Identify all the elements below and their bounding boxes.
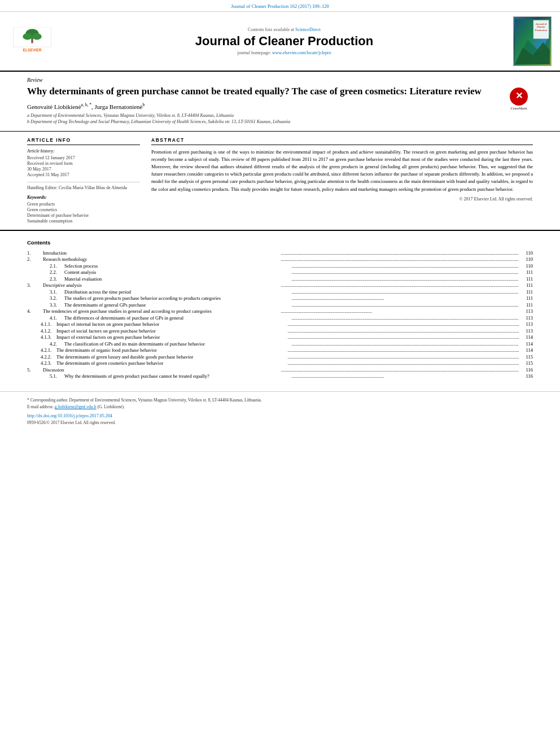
doi-link[interactable]: http://dx.doi.org/10.1016/j.jclepro.2017… [27,413,533,418]
review-label: Review [27,77,533,83]
toc-row-determinants-general: 3.3. The determinants of general GPs pur… [27,302,533,308]
article-title: Why determinants of green purchase canno… [27,85,533,98]
elsevier-logo-container: ELSEVIER [7,16,58,66]
received-revised-date: 30 May 2017 [27,167,140,172]
email-note: E-mail address: g.liobikiene@gmf.vdu.lt … [27,404,533,410]
journal-homepage: journal homepage: www.elsevier.com/locat… [237,50,331,55]
toc-row-organic: 4.2.1. The determinants of organic food … [27,347,533,353]
svg-text:Cleaner: Cleaner [536,25,545,28]
journal-header: ELSEVIER Contents lists available at Sci… [0,12,560,72]
journal-header-center: Contents lists available at ScienceDirec… [62,16,506,66]
toc-row-methodology: 2. Research methodology ................… [27,256,533,262]
corresponding-author-note: * Corresponding author. Department of En… [27,397,533,404]
keyword-3: Determinant of purchase behavior [27,213,140,218]
toc-row-luxury: 4.2.2. The determinants of green luxury … [27,354,533,360]
toc-row-distribution: 3.1. Distribution across the time period… [27,289,533,295]
issn-text: 0959-6526/© 2017 Elsevier Ltd. All right… [27,420,533,425]
toc-row-external: 4.1.3. Impact of external factors on gre… [27,334,533,340]
abstract-header: ABSTRACT [151,137,533,145]
contents-table: 1. Introduction ........................… [27,250,533,379]
toc-text-intro: Introduction [43,250,280,256]
toc-row-social: 4.1.2. Impact of social factors on green… [27,328,533,334]
elsevier-logo-icon: ELSEVIER [10,27,55,55]
toc-row-internal: 4.1.1. Impact of internal factors on gre… [27,321,533,327]
received-revised-label: Received in revised form [27,161,140,166]
toc-row-classification: 4.2. The classification of GPs and its m… [27,341,533,347]
email-link[interactable]: g.liobikiene@gmf.vdu.lt [55,404,97,409]
crossmark-badge: ✕ CrossMark [505,85,533,113]
toc-row-discussion-sub: 5.1. Why the determinants of green produ… [27,373,533,379]
abstract-text: Promotion of green purchasing is one of … [151,148,533,193]
contents-section: Contents 1. Introduction ...............… [0,231,560,386]
article-info-header: ARTICLE INFO [27,137,140,145]
copyright-text: © 2017 Elsevier Ltd. All rights reserved… [151,196,533,202]
crossmark-label: CrossMark [510,107,527,111]
journal-cover-svg: Journal of Cleaner Production [513,19,552,64]
article-info-column: ARTICLE INFO Article history: Received 1… [27,137,140,224]
svg-text:ELSEVIER: ELSEVIER [23,48,42,52]
journal-homepage-link[interactable]: www.elsevier.com/locate/jclepro [272,50,331,55]
toc-row-descriptive: 3. Descriptive analysis ................… [27,282,533,288]
article-info-abstract-section: ARTICLE INFO Article history: Received 1… [0,132,560,231]
journal-cover-container: Journal of Cleaner Production [511,16,553,66]
toc-row-material-eval: 2.3. Material evaluation ...............… [27,276,533,282]
journal-title: Journal of Cleaner Production [195,34,373,49]
article-header-section: Review Why determinants of green purchas… [0,72,560,132]
contents-header: Contents [27,239,533,246]
affiliation-b: b Department of Drug Technology and Soci… [27,119,533,124]
toc-row-tendencies: 4. The tendencies of green purchase stud… [27,308,533,314]
keywords-header: Keywords: [27,195,140,200]
journal-reference-text: Journal of Cleaner Production 162 (2017)… [231,3,329,9]
authors-line: Genovaitė Liobikienėa, b, *, Jurga Berna… [27,102,533,110]
toc-num-1: 1. [27,250,43,256]
sciencedirect-link[interactable]: ScienceDirect [295,27,321,32]
svg-point-2 [23,33,32,40]
received-date: Received 12 January 2017 [27,155,140,160]
handling-editor: Handling Editor: Cecília Maria Villas Bô… [27,182,140,190]
keyword-2: Green cosmetics [27,207,140,212]
toc-row-content-analysis: 2.2. Content analysis ..................… [27,269,533,275]
abstract-column: ABSTRACT Promotion of green purchasing i… [151,137,533,224]
toc-row-discussion: 5. Discussion ..........................… [27,367,533,373]
svg-text:Production: Production [535,29,547,32]
svg-rect-4 [31,38,33,43]
toc-row-differences: 4.1. The differences of determinants of … [27,315,533,321]
journal-reference-bar: Journal of Cleaner Production 162 (2017)… [0,0,560,12]
svg-text:Journal of: Journal of [535,23,546,25]
sciencedirect-text: Contents lists available at ScienceDirec… [248,27,321,32]
toc-row-selection: 2.1. Selection process .................… [27,263,533,269]
toc-row-cosmetics: 4.2.3. The determinants of green cosmeti… [27,360,533,366]
affiliation-a: a Department of Environmental Sciences, … [27,113,533,118]
keyword-1: Green products [27,202,140,207]
footer-section: * Corresponding author. Department of En… [0,391,560,430]
page: Journal of Cleaner Production 162 (2017)… [0,0,560,747]
toc-row-intro: 1. Introduction ........................… [27,250,533,256]
article-history-label: Article history: [27,148,140,154]
toc-row-studies-categories: 3.2. The studies of green products purch… [27,295,533,301]
journal-cover-image: Journal of Cleaner Production [513,16,552,66]
svg-point-3 [32,33,42,40]
keyword-4: Sustainable consumption [27,219,140,224]
crossmark-icon: ✕ [510,88,528,106]
accepted-date: Accepted 31 May 2017 [27,172,140,177]
